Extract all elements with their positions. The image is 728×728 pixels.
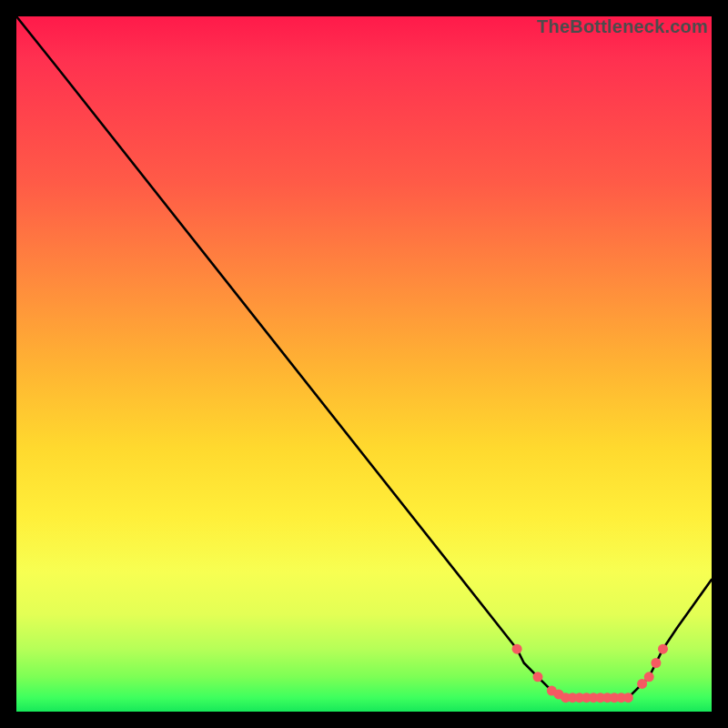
chart-svg [16, 16, 712, 712]
curve-path [16, 16, 712, 698]
highlighted-range-markers [512, 644, 668, 703]
bottleneck-curve [16, 16, 712, 698]
marker-dot [623, 693, 633, 703]
marker-dot [651, 658, 661, 668]
marker-dot [644, 672, 654, 682]
chart-frame: TheBottleneck.com [0, 0, 728, 728]
marker-dot [658, 644, 668, 654]
marker-dot [533, 672, 543, 682]
plot-area: TheBottleneck.com [16, 16, 712, 712]
marker-dot [512, 644, 522, 654]
attribution-label: TheBottleneck.com [537, 16, 708, 37]
